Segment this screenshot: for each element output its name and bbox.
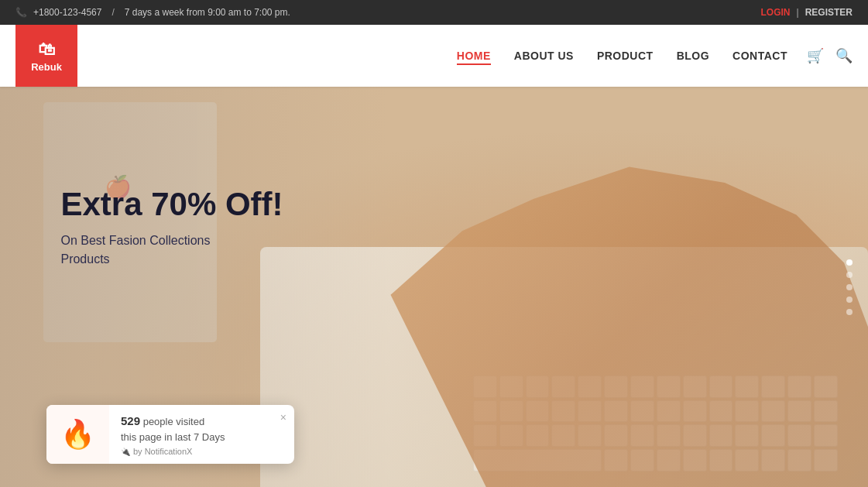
register-link[interactable]: REGISTER [805, 7, 853, 18]
top-bar-left: 📞 +1800-123-4567 / 7 days a week from 9:… [15, 7, 290, 18]
hero-subtitle: On Best Fasion Collections Products [60, 231, 283, 269]
plugin-icon: 🔌 [121, 448, 130, 456]
cart-icon[interactable]: 🛒 [807, 47, 824, 64]
notification-visited-text: people visited [143, 416, 205, 427]
notification-plugin: 🔌 by NotificationX [121, 447, 283, 456]
hero-subtitle-line1: On Best Fasion Collections [60, 234, 210, 247]
notification-close-button[interactable]: × [280, 411, 286, 424]
top-bar-right: LOGIN | REGISTER [761, 7, 853, 18]
hero-subtitle-line2: Products [60, 252, 109, 266]
auth-separator: | [797, 7, 799, 18]
notification-content: 529 people visited this page in last 7 D… [109, 405, 294, 464]
slider-dot-1[interactable] [846, 259, 853, 266]
login-link[interactable]: LOGIN [761, 7, 791, 18]
logo[interactable]: 🛍 Rebuk [15, 25, 77, 87]
notification-count: 529 [121, 414, 140, 427]
slider-dot-3[interactable] [846, 284, 853, 290]
phone-icon: 📞 [15, 7, 27, 18]
hero-section: 🍎 Extra 70% Off! On Best Fas [0, 87, 868, 487]
phone-number: +1800-123-4567 [33, 7, 101, 18]
nav-links: HOME ABOUT US PRODUCT BLOG CONTACT [457, 49, 787, 63]
nav-item-about[interactable]: ABOUT US [514, 49, 574, 63]
nav-icons: 🛒 🔍 [807, 47, 853, 64]
search-icon[interactable]: 🔍 [835, 47, 853, 64]
nav-item-product[interactable]: PRODUCT [597, 49, 654, 63]
nav-item-contact[interactable]: CONTACT [732, 49, 787, 63]
top-bar: 📞 +1800-123-4567 / 7 days a week from 9:… [0, 0, 868, 25]
divider: / [112, 7, 114, 18]
slider-dot-5[interactable] [846, 309, 853, 315]
logo-text: Rebuk [31, 61, 62, 73]
logo-bag-icon: 🛍 [38, 39, 55, 60]
nav-item-blog[interactable]: BLOG [677, 49, 709, 63]
notification-subtext: this page in last 7 Days [121, 431, 283, 443]
plugin-text: by NotificationX [133, 447, 192, 456]
fire-icon: 🔥 [60, 418, 95, 451]
notification-icon-area: 🔥 [46, 405, 109, 464]
slider-dot-2[interactable] [846, 272, 853, 278]
navbar: 🛍 Rebuk HOME ABOUT US PRODUCT BLOG CONTA… [0, 25, 868, 87]
nav-item-home[interactable]: HOME [457, 49, 491, 63]
slider-dot-4[interactable] [846, 297, 853, 303]
hero-title: Extra 70% Off! [60, 185, 283, 224]
notification-popup: 🔥 529 people visited this page in last 7… [46, 405, 294, 464]
hero-content: Extra 70% Off! On Best Fasion Collection… [60, 185, 283, 269]
notification-text: 529 people visited [121, 414, 283, 427]
business-hours: 7 days a week from 9:00 am to 7:00 pm. [125, 7, 290, 18]
slider-dots [846, 259, 853, 315]
